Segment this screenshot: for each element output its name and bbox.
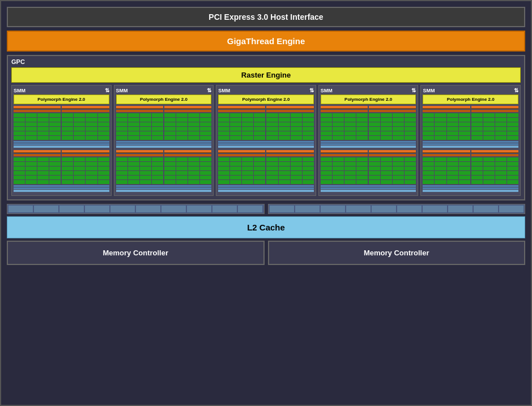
green-grid-1 — [14, 113, 61, 140]
memory-controller-right-label: Memory Controller — [364, 249, 429, 257]
memory-controllers: Memory Controller Memory Controller — [7, 241, 525, 265]
polymorph-1: Polymorph Engine 2.0 — [14, 95, 109, 104]
smm-label-1: SMM ⇅ — [14, 87, 109, 93]
smm-row: SMM ⇅ Polymorph Engine 2.0 — [11, 85, 521, 196]
pci-express-label: PCI Express 3.0 Host Interface — [208, 12, 323, 22]
chip-diagram: PCI Express 3.0 Host Interface GigaThrea… — [0, 0, 532, 406]
giga-thread-label: GigaThread Engine — [227, 36, 305, 46]
giga-thread-bar: GigaThread Engine — [7, 31, 525, 52]
polymorph-4: Polymorph Engine 2.0 — [321, 95, 416, 104]
crossbar-right — [268, 204, 526, 214]
gpc-label: GPC — [11, 58, 25, 65]
smm-block-2: SMM ⇅ Polymorph Engine 2.0 — [114, 85, 214, 196]
cuda-half-left-1 — [14, 106, 61, 140]
memory-controller-left-label: Memory Controller — [103, 249, 168, 257]
pci-express-bar: PCI Express 3.0 Host Interface — [7, 7, 525, 27]
raster-engine-label: Raster Engine — [241, 71, 291, 79]
memory-controller-left: Memory Controller — [7, 241, 265, 265]
memory-controller-right: Memory Controller — [268, 241, 526, 265]
cuda-section-1 — [14, 106, 109, 140]
l2-cache: L2 Cache — [7, 216, 525, 238]
crossbar-left — [7, 204, 265, 214]
polymorph-2: Polymorph Engine 2.0 — [116, 95, 212, 104]
smm-label-2: SMM ⇅ — [116, 87, 212, 93]
smm-block-3: SMM ⇅ Polymorph Engine 2.0 — [216, 85, 316, 196]
smm-block-4: SMM ⇅ Polymorph Engine 2.0 — [318, 85, 419, 196]
smm-arrows-1: ⇅ — [105, 87, 109, 93]
orange-bar-1 — [14, 106, 61, 109]
cuda-half-right-1 — [62, 106, 109, 140]
orange-bar-2 — [14, 110, 61, 112]
smm-block-5: SMM ⇅ Polymorph Engine 2.0 — [420, 85, 521, 196]
crossbar-section — [7, 204, 525, 214]
gpc-container: GPC Raster Engine SMM ⇅ Polymorph Engine… — [7, 55, 525, 200]
l2-cache-label: L2 Cache — [247, 223, 285, 232]
raster-engine: Raster Engine — [11, 67, 521, 83]
polymorph-3: Polymorph Engine 2.0 — [218, 95, 314, 104]
polymorph-5: Polymorph Engine 2.0 — [423, 95, 518, 104]
smm-block-1: SMM ⇅ Polymorph Engine 2.0 — [11, 85, 112, 196]
